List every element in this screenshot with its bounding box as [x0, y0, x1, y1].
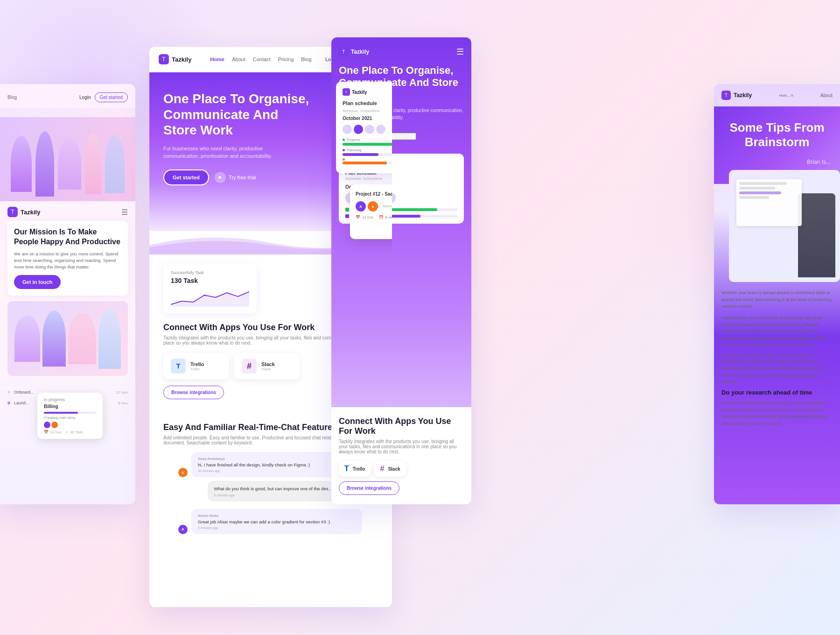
cr-logo-text: Tazkily — [351, 49, 369, 55]
rp-logo-icon: T — [721, 91, 731, 100]
progress-bar-bg — [44, 412, 96, 414]
sc-prog-bar-fill-1 — [390, 208, 437, 211]
get-in-touch-button[interactable]: Get in touch — [14, 275, 61, 289]
float-logo-text: Tazkily — [352, 90, 367, 95]
progress-label-3 — [343, 158, 392, 161]
project-card-header: Project #12 - Saascuy ⋮ — [356, 190, 392, 198]
rp-article: Whether your team is spread around a con… — [714, 282, 840, 438]
cr-apps-title: Connect With Apps You Use For Work — [339, 416, 464, 436]
schedule-title: Plan schedule — [343, 100, 392, 106]
progress-tasks: ✓ 40 Task — [65, 430, 83, 434]
rp-blog-image — [729, 170, 840, 282]
nav-contact[interactable]: Contact — [253, 56, 271, 62]
slack-icon: # — [380, 465, 384, 473]
hero-section: One Place To Organise,Communicate AndSto… — [149, 72, 392, 231]
hero-cta-primary[interactable]: Get started — [163, 169, 209, 185]
hero-subtitle: For businesses who need clarity, product… — [163, 145, 285, 160]
chat-time-3: 5 minutes ago — [198, 526, 356, 529]
hamburger-menu[interactable]: ☰ — [121, 208, 128, 217]
rp-hero-title: Some Tips From Brainstorm — [723, 120, 831, 149]
rp-nav: T Tazkily Hom... h About — [714, 84, 840, 106]
left-panel-nav: Blog Login Get started — [0, 84, 135, 108]
day-avatar — [376, 125, 385, 134]
cr-logo-icon: T — [339, 47, 348, 56]
project-hours: ⏰8 Hours — [379, 215, 392, 219]
dot-icon — [343, 149, 345, 151]
cr-top-bar: T Tazkily ☰ — [339, 47, 464, 57]
logo-icon: T — [7, 207, 18, 217]
app-logo: T Tazkily — [7, 207, 40, 217]
progress-label-1: Projects — [343, 138, 392, 142]
browse-integrations-button[interactable]: Browse integrations — [163, 386, 224, 399]
blog-link[interactable]: Blog — [7, 95, 17, 100]
article-intro: Whether your team is spread around a con… — [721, 289, 833, 310]
main-logo-text: Tazkily — [172, 56, 191, 63]
main-logo: T Tazkily — [159, 54, 191, 64]
project-float-card: Project #12 - Saascuy ⋮ A A Alisha Alini… — [350, 184, 392, 239]
trello-chip: T Trello — [339, 461, 371, 477]
nav-home[interactable]: Home — [210, 56, 224, 62]
nav-pricing[interactable]: Pricing — [278, 56, 294, 62]
cr-browse-button[interactable]: Browse integrations — [339, 481, 399, 495]
rp-author: Brian Is... — [723, 159, 831, 165]
list-dot — [7, 402, 10, 404]
progress-billing: Billing — [44, 404, 96, 409]
progress-bar-fill-1 — [343, 143, 392, 146]
team-photo — [7, 301, 128, 376]
float-card-header: T Tazkily — [343, 88, 392, 96]
cr-hamburger[interactable]: ☰ — [456, 47, 464, 57]
nav-about[interactable]: About — [232, 56, 245, 62]
progress-bar-fill-2 — [343, 153, 378, 156]
schedule-subtitle: Schedule: School/time — [343, 109, 392, 113]
avatar-2 — [51, 422, 58, 428]
trello-logo: T — [171, 359, 186, 374]
article-para-1: Unfortunately, there are plenty of thing… — [721, 315, 833, 348]
progress-bar-fill-3 — [343, 162, 387, 164]
day-avatar — [365, 125, 374, 134]
progress-meta: 📅 12 Nov ✓ 40 Task — [44, 430, 96, 434]
rp-about-link[interactable]: About — [820, 93, 833, 98]
logo-text: Tazkily — [21, 209, 40, 216]
sender-avatar-2: A — [178, 525, 188, 534]
nav-blog[interactable]: Blog — [301, 56, 311, 62]
trello-app-name: Trello — [353, 466, 365, 472]
cr-logo: T Tazkily — [339, 47, 369, 56]
day-col — [343, 125, 352, 134]
hero-cta-secondary[interactable]: Try free trial — [215, 169, 256, 185]
people-placeholder — [0, 117, 135, 201]
avatar-1 — [44, 422, 50, 428]
mission-text: We are on a mission to give you more con… — [14, 251, 121, 271]
project-meta: 📅12 Oct ⏰8 Hours — [356, 215, 392, 219]
dot-icon — [343, 139, 345, 141]
get-started-button[interactable]: Get started — [95, 92, 128, 102]
sc-prog-icon-1 — [345, 208, 349, 212]
progress-bar-bg-2 — [343, 153, 392, 156]
float-logo: T Tazkily — [343, 88, 367, 96]
rp-home-link[interactable]: Hom... h — [779, 93, 793, 98]
progress-date: 📅 12 Nov — [44, 430, 62, 434]
progress-bar-fill — [44, 412, 78, 414]
cr-apps-sub: Tazkily integrates with the products you… — [339, 439, 464, 454]
day-avatar-active — [354, 125, 363, 134]
day-avatar — [343, 125, 352, 134]
success-label: Successfully Task — [171, 270, 249, 275]
list-date: 12 Nov — [116, 390, 128, 395]
in-progress-card: In progress Billing Creating user story … — [37, 393, 103, 439]
float-logo-icon: T — [343, 88, 350, 96]
day-col — [354, 125, 363, 134]
list-date: 8 Nov — [118, 401, 128, 405]
project-date: 📅12 Oct — [356, 215, 373, 219]
mission-heading: Our Mission Is To Make People Happy And … — [14, 227, 121, 247]
hero-image-area — [0, 108, 135, 201]
login-button[interactable]: Login — [79, 95, 91, 100]
logo-bar: T Tazkily ☰ — [0, 201, 135, 221]
sc-prog-icon-2 — [345, 214, 349, 218]
rp-logo-text: Tazkily — [734, 92, 752, 99]
article-sub-text: It's easy to simply gather your group, s… — [721, 400, 833, 427]
slack-logo: # — [242, 359, 257, 374]
sender-avatar-1: S — [178, 468, 188, 477]
day-col — [365, 125, 374, 134]
project-avatar-1: A — [356, 201, 366, 212]
blog-person-bg — [729, 170, 840, 282]
success-graph — [171, 288, 249, 307]
